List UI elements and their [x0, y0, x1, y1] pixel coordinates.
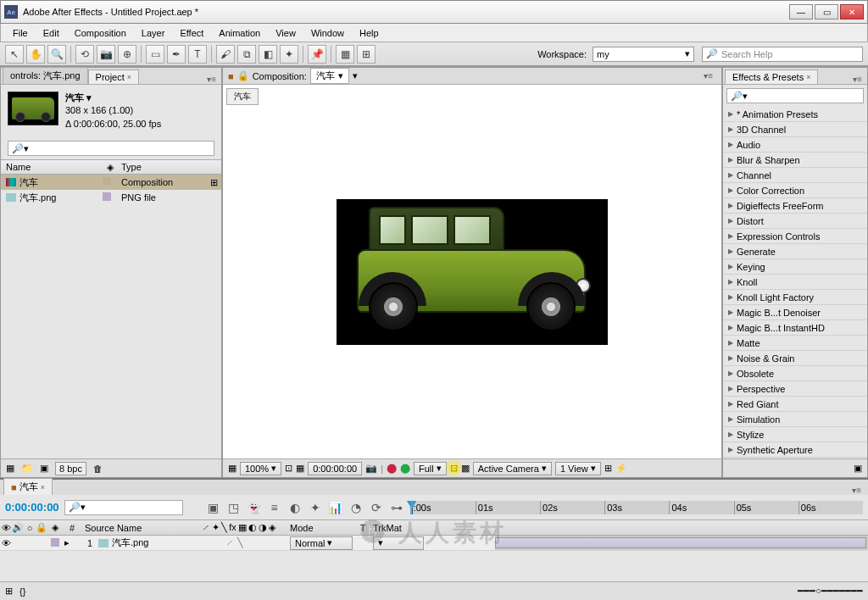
composition-viewer[interactable]: 汽车	[223, 85, 721, 458]
fx-category[interactable]: ▶Knoll Light Factory	[723, 290, 867, 305]
canvas[interactable]	[337, 199, 608, 345]
pan-behind-tool-icon[interactable]: ⊕	[118, 45, 136, 64]
fx-category[interactable]: ▶Noise & Grain	[723, 351, 867, 366]
eraser-tool-icon[interactable]: ◧	[259, 45, 277, 64]
puppet-tool-icon[interactable]: 📌	[308, 45, 326, 64]
rectangle-tool-icon[interactable]: ▭	[146, 45, 164, 64]
time-ruler[interactable]: :00s01s02s03s04s05s06s	[410, 501, 863, 514]
fx-category[interactable]: ▶Simulation	[723, 412, 867, 427]
views-select[interactable]: 1 View▾	[555, 462, 601, 475]
menu-help[interactable]: Help	[353, 26, 386, 40]
trkmat-select[interactable]: ▾	[373, 536, 424, 550]
panel-menu-icon[interactable]: ▾≡	[203, 75, 220, 84]
workspace-select[interactable]: my▾	[593, 47, 694, 62]
channel-icon[interactable]: ⬤	[400, 463, 410, 474]
frameblend-switch-icon[interactable]: ▦	[238, 522, 247, 533]
label-column-icon[interactable]: ◈	[103, 162, 118, 173]
chevron-down-icon[interactable]: ▾	[353, 70, 358, 81]
snap-icon[interactable]: ⊶	[388, 499, 405, 516]
auto-keyframe-icon[interactable]: ◔	[348, 499, 364, 516]
camera-select[interactable]: Active Camera▾	[473, 462, 552, 475]
brush-tool-icon[interactable]: 🖌	[216, 45, 235, 64]
menu-animation[interactable]: Animation	[212, 26, 267, 40]
new-comp-icon[interactable]: ▣	[40, 463, 48, 474]
fx-category[interactable]: ▶Matte	[723, 336, 867, 351]
fx-category[interactable]: ▶Perspective	[723, 381, 867, 397]
label-swatch[interactable]	[103, 192, 111, 201]
menu-view[interactable]: View	[269, 26, 303, 40]
fx-category[interactable]: ▶Synthetic Aperture	[723, 442, 867, 458]
roi-icon[interactable]: ⊡	[285, 463, 292, 474]
fx-category[interactable]: ▶Magic B...t InstantHD	[723, 320, 867, 336]
graph-editor-icon[interactable]: 📊	[327, 499, 344, 516]
camera-tool-icon[interactable]: 📷	[97, 45, 115, 64]
tool-option-icon[interactable]: ▦	[336, 45, 354, 64]
solo-column-icon[interactable]: ○	[24, 523, 36, 533]
bpc-button[interactable]: 8 bpc	[55, 462, 86, 475]
fx-category[interactable]: ▶Keying	[723, 259, 867, 275]
region-button[interactable]: ⊟	[450, 463, 458, 474]
collapse-switch-icon[interactable]: ✦	[212, 522, 220, 533]
comp-mini-icon[interactable]: ▣	[205, 499, 222, 516]
close-button[interactable]: ✕	[840, 4, 864, 19]
toggle-switches-icon[interactable]: ⊞	[5, 586, 13, 597]
menu-composition[interactable]: Composition	[68, 26, 133, 40]
lock-icon[interactable]: 🔒	[237, 70, 249, 81]
panel-menu-icon[interactable]: ▾≡	[700, 71, 716, 81]
tab-project[interactable]: Project×	[88, 69, 140, 84]
expand-icon[interactable]: ▸	[63, 537, 71, 548]
fx-category[interactable]: ▶Generate	[723, 244, 867, 259]
video-toggle[interactable]: 👁	[0, 538, 12, 548]
fx-category[interactable]: ▶3D Channel	[723, 122, 867, 137]
motionblur-switch-icon[interactable]: ◐	[248, 522, 257, 533]
interpret-icon[interactable]: ▦	[6, 463, 14, 474]
fx-category[interactable]: ▶Magic B...t Denoiser	[723, 305, 867, 320]
rotate-tool-icon[interactable]: ⟲	[75, 45, 94, 64]
current-time[interactable]: 0:00:00:00	[5, 501, 59, 514]
project-search-input[interactable]: 🔎▾	[8, 141, 214, 156]
menu-edit[interactable]: Edit	[36, 26, 66, 40]
zoom-select[interactable]: 100%▾	[240, 462, 281, 475]
fx-category[interactable]: ▶Channel	[723, 168, 867, 183]
panel-menu-icon[interactable]: ▾≡	[849, 486, 865, 495]
timeline-layer-row[interactable]: 👁 ▸ 1 汽车.png ⟋╲ Normal▾ ▾	[0, 536, 868, 551]
layer-duration-bar[interactable]	[495, 537, 866, 548]
fx-category[interactable]: ▶Digieffects FreeForm	[723, 198, 867, 214]
mode-select[interactable]: Normal▾	[290, 536, 353, 550]
menu-file[interactable]: File	[6, 26, 35, 40]
close-icon[interactable]: ×	[806, 73, 810, 81]
close-icon[interactable]: ×	[41, 483, 45, 492]
fx-category[interactable]: ▶Expression Controls	[723, 229, 867, 244]
live-update-icon[interactable]: ⟳	[368, 499, 385, 516]
tab-effect-controls[interactable]: ontrols: 汽车.png	[3, 67, 88, 84]
minimize-button[interactable]: —	[789, 4, 813, 19]
close-icon[interactable]: ×	[127, 73, 131, 81]
layer-bar-track[interactable]	[495, 536, 868, 550]
quality-switch-icon[interactable]: ╲	[221, 522, 227, 533]
fx-category[interactable]: ▶Blur & Sharpen	[723, 153, 867, 168]
fx-category[interactable]: ▶Knoll	[723, 275, 867, 290]
fx-category[interactable]: ▶Distort	[723, 214, 867, 229]
fx-category[interactable]: ▶Stylize	[723, 427, 867, 442]
fx-category[interactable]: ▶* Animation Presets	[723, 107, 867, 122]
pixel-aspect-icon[interactable]: ⊞	[604, 463, 612, 474]
snap-tool-icon[interactable]: ⊞	[357, 45, 376, 64]
project-row-comp[interactable]: 汽车 Composition⊞	[1, 175, 221, 190]
menu-effect[interactable]: Effect	[173, 26, 210, 40]
toggle-modes-icon[interactable]: {}	[19, 586, 25, 597]
shy-switch-icon[interactable]: ⟋	[201, 522, 210, 533]
channel-icon[interactable]: ⬤	[387, 463, 397, 474]
label-swatch[interactable]	[103, 177, 111, 186]
adjust-switch-icon[interactable]: ◑	[259, 522, 267, 533]
motion-blur-all-icon[interactable]: ◐	[287, 499, 303, 516]
selection-tool-icon[interactable]: ↖	[5, 45, 24, 64]
frame-blend-all-icon[interactable]: ≡	[266, 499, 283, 516]
fast-preview-icon[interactable]: ⚡	[615, 463, 627, 474]
snapshot-icon[interactable]: 📷	[365, 463, 377, 474]
maximize-button[interactable]: ▭	[815, 4, 838, 19]
video-column-icon[interactable]: 👁	[0, 523, 12, 533]
tab-timeline-comp[interactable]: ■汽车×	[3, 478, 53, 495]
time-display[interactable]: 0:00:00:00	[308, 462, 362, 475]
3d-switch-icon[interactable]: ◈	[269, 522, 275, 533]
resolution-select[interactable]: Full▾	[414, 462, 447, 475]
